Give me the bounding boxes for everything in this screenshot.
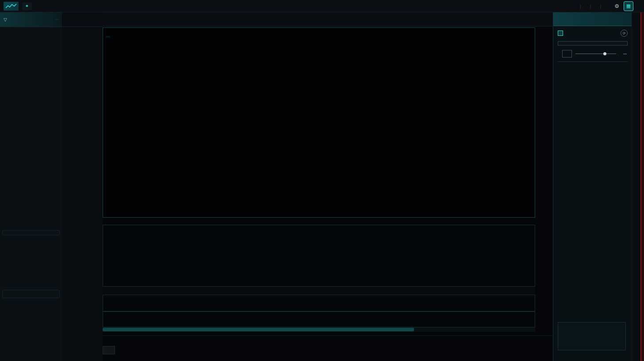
sidebar-header[interactable]: ▽	[0, 12, 62, 27]
quotes-column	[62, 12, 103, 361]
divider: |	[590, 4, 591, 9]
sidebar: ▽	[0, 12, 62, 361]
summary-panel	[2, 290, 60, 298]
quantity-slider[interactable]	[575, 54, 616, 54]
app-grid-icon[interactable]: ▦	[624, 1, 633, 11]
scrollbar-thumb[interactable]	[103, 328, 414, 331]
chart-toolbar	[103, 12, 553, 27]
candles-svg	[103, 28, 535, 217]
session-status-box	[558, 322, 626, 350]
chart-mode-icon[interactable]: ✦	[22, 2, 32, 10]
quotes-list	[62, 27, 103, 28]
summary-footnote	[3, 295, 59, 298]
drawdown-panel[interactable]	[103, 295, 535, 311]
indicator-panels	[103, 225, 553, 334]
symbol-glyph-icon	[558, 31, 563, 36]
indicator-data-row	[103, 287, 535, 294]
selection-info-box[interactable]	[103, 346, 115, 354]
growth-panel[interactable]	[103, 311, 535, 327]
slider-knob[interactable]	[603, 52, 606, 55]
oscillator-panel[interactable]	[103, 225, 535, 287]
trading-terminal: ✦ | | | ⚙ ▦ ▽	[0, 0, 644, 361]
filter-icon: ▽	[4, 17, 7, 22]
indicator-value-tags	[536, 225, 553, 334]
order-panel-header[interactable]	[553, 12, 632, 26]
candlestick-plot[interactable]	[103, 27, 535, 218]
divider	[558, 61, 628, 62]
sparkline	[66, 265, 93, 293]
quotes-header	[62, 12, 103, 27]
alert-strip	[640, 12, 644, 361]
summary-title	[3, 290, 59, 295]
ohlc-info-line	[106, 36, 110, 38]
legend-title	[3, 230, 59, 235]
logo	[4, 2, 19, 11]
navigator-tree	[0, 27, 62, 29]
pool-subtitle	[553, 37, 632, 38]
side-icon-strip	[632, 12, 641, 361]
price-axis	[536, 27, 553, 218]
settings-gear-icon[interactable]: ⚙	[614, 3, 619, 9]
refresh-icon[interactable]: ⟳	[621, 30, 628, 37]
title-bar: ✦ | | | ⚙ ▦	[0, 0, 644, 12]
order-panel: ⟳	[553, 12, 632, 361]
main-chart	[103, 27, 553, 218]
reset-icon[interactable]	[562, 50, 572, 58]
sidebar-badge	[55, 19, 58, 20]
profile-dropdown[interactable]	[558, 41, 628, 46]
chart-area	[103, 12, 553, 361]
time-axis	[103, 335, 553, 346]
divider: |	[600, 4, 601, 9]
step-box[interactable]	[623, 54, 627, 54]
legend-panel	[2, 230, 60, 235]
divider: |	[580, 4, 581, 9]
horizontal-scrollbar[interactable]	[103, 327, 535, 332]
quantity-row	[553, 48, 632, 59]
